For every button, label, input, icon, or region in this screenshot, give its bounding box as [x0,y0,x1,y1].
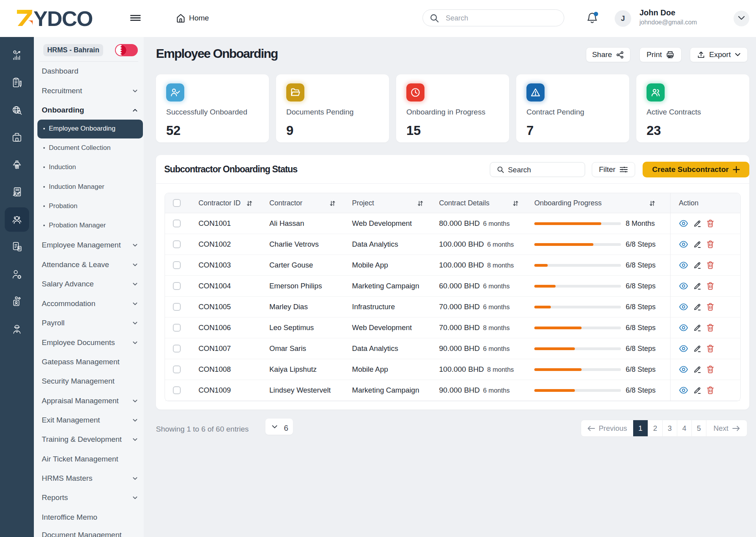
svg-text:YDCO: YDCO [33,9,93,28]
